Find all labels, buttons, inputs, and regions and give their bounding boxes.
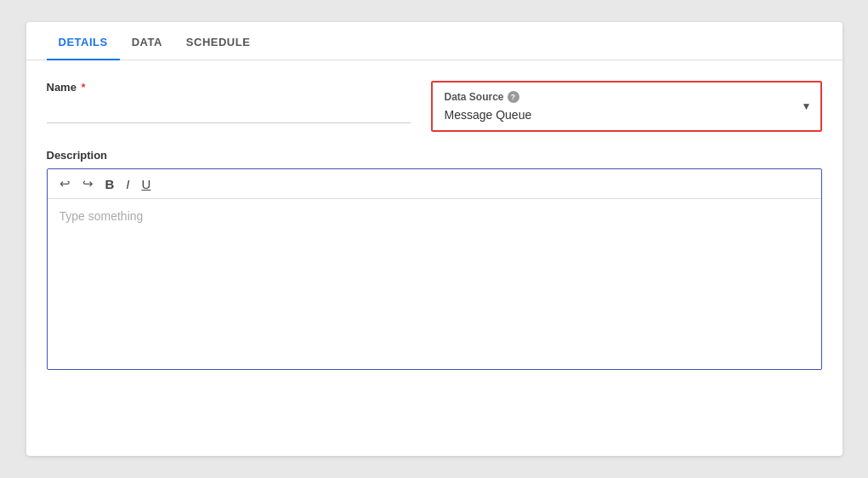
tab-bar: DETAILS DATA SCHEDULE — [26, 22, 842, 60]
editor-toolbar: ↩ ↪ B I U — [48, 169, 821, 199]
bold-button[interactable]: B — [102, 175, 118, 193]
top-form-row: Name * Data Source ? Message Queue ▼ — [47, 81, 822, 132]
editor-body[interactable]: Type something — [48, 199, 821, 369]
name-label: Name * — [47, 81, 411, 94]
name-input[interactable] — [47, 99, 411, 123]
rich-text-editor[interactable]: ↩ ↪ B I U Type something — [47, 168, 822, 370]
required-indicator: * — [78, 81, 86, 94]
data-source-value: Message Queue — [445, 108, 808, 122]
dropdown-arrow-icon: ▼ — [802, 100, 812, 112]
redo-button[interactable]: ↪ — [79, 174, 97, 193]
tab-content: Name * Data Source ? Message Queue ▼ Des… — [26, 60, 842, 390]
underline-button[interactable]: U — [139, 175, 155, 193]
tab-details[interactable]: DETAILS — [47, 22, 120, 60]
name-field-group: Name * — [47, 81, 411, 123]
data-source-help-icon[interactable]: ? — [508, 91, 519, 103]
tab-data[interactable]: DATA — [120, 22, 174, 60]
italic-button[interactable]: I — [122, 175, 133, 193]
undo-button[interactable]: ↩ — [56, 174, 74, 193]
description-section: Description ↩ ↪ B I U Type something — [47, 149, 822, 370]
description-label: Description — [47, 149, 822, 162]
main-card: DETAILS DATA SCHEDULE Name * Data Source… — [26, 22, 842, 456]
tab-schedule[interactable]: SCHEDULE — [174, 22, 263, 60]
data-source-dropdown[interactable]: Data Source ? Message Queue ▼ — [431, 81, 822, 132]
data-source-label: Data Source ? — [445, 91, 808, 103]
